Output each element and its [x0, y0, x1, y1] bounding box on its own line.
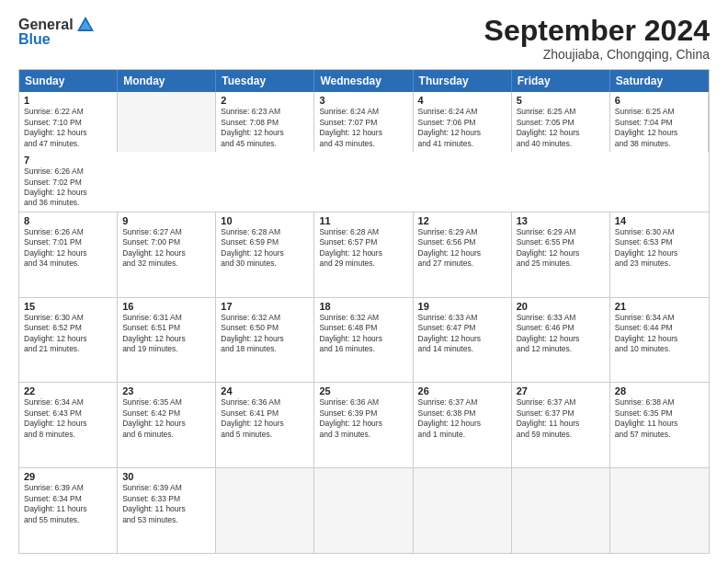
day-number: 9 — [122, 215, 210, 226]
table-row: 14Sunrise: 6:30 AMSunset: 6:53 PMDayligh… — [610, 213, 709, 297]
table-row: 9Sunrise: 6:27 AMSunset: 7:00 PMDaylight… — [118, 213, 216, 297]
calendar: SundayMondayTuesdayWednesdayThursdayFrid… — [18, 69, 710, 554]
cell-text: Sunrise: 6:29 AMSunset: 6:56 PMDaylight:… — [418, 227, 482, 268]
cell-text: Sunrise: 6:36 AMSunset: 6:39 PMDaylight:… — [319, 397, 382, 438]
day-number: 20 — [517, 301, 605, 312]
table-row: 26Sunrise: 6:37 AMSunset: 6:38 PMDayligh… — [414, 383, 512, 467]
day-number: 14 — [615, 215, 704, 226]
calendar-row-0: 1Sunrise: 6:22 AMSunset: 7:10 PMDaylight… — [19, 92, 709, 212]
table-row: 27Sunrise: 6:37 AMSunset: 6:37 PMDayligh… — [512, 383, 610, 467]
title-block: September 2024 Zhoujiaba, Chongqing, Chi… — [484, 15, 710, 62]
cell-text: Sunrise: 6:34 AMSunset: 6:43 PMDaylight:… — [24, 397, 87, 438]
cell-text: Sunrise: 6:23 AMSunset: 7:08 PMDaylight:… — [221, 107, 284, 147]
cell-text: Sunrise: 6:37 AMSunset: 6:38 PMDaylight:… — [418, 397, 482, 438]
day-number: 8 — [24, 215, 112, 226]
table-row — [610, 468, 709, 553]
header-day-friday: Friday — [512, 70, 610, 92]
day-number: 13 — [517, 215, 605, 226]
table-row: 21Sunrise: 6:34 AMSunset: 6:44 PMDayligh… — [610, 298, 709, 383]
day-number: 29 — [24, 471, 112, 482]
cell-text: Sunrise: 6:30 AMSunset: 6:53 PMDaylight:… — [615, 227, 678, 268]
cell-text: Sunrise: 6:24 AMSunset: 7:07 PMDaylight:… — [319, 107, 382, 147]
table-row: 15Sunrise: 6:30 AMSunset: 6:52 PMDayligh… — [19, 298, 118, 383]
header-day-monday: Monday — [118, 70, 216, 92]
day-number: 10 — [221, 215, 309, 226]
calendar-header: SundayMondayTuesdayWednesdayThursdayFrid… — [19, 70, 709, 92]
cell-text: Sunrise: 6:26 AMSunset: 7:01 PMDaylight:… — [24, 227, 87, 268]
table-row: 11Sunrise: 6:28 AMSunset: 6:57 PMDayligh… — [314, 213, 413, 297]
cell-text: Sunrise: 6:39 AMSunset: 6:33 PMDaylight:… — [122, 483, 186, 523]
table-row: 17Sunrise: 6:32 AMSunset: 6:50 PMDayligh… — [216, 298, 314, 383]
table-row: 7Sunrise: 6:26 AMSunset: 7:02 PMDaylight… — [19, 152, 118, 212]
header-day-thursday: Thursday — [414, 70, 512, 92]
day-number: 6 — [615, 95, 703, 106]
subtitle: Zhoujiaba, Chongqing, China — [484, 47, 710, 62]
day-number: 15 — [24, 301, 112, 312]
day-number: 22 — [24, 385, 112, 396]
cell-text: Sunrise: 6:33 AMSunset: 6:47 PMDaylight:… — [418, 313, 482, 353]
table-row: 6Sunrise: 6:25 AMSunset: 7:04 PMDaylight… — [610, 92, 709, 152]
cell-text: Sunrise: 6:24 AMSunset: 7:06 PMDaylight:… — [418, 107, 482, 147]
table-row: 18Sunrise: 6:32 AMSunset: 6:48 PMDayligh… — [314, 298, 413, 383]
cell-text: Sunrise: 6:25 AMSunset: 7:05 PMDaylight:… — [517, 107, 580, 147]
cell-text: Sunrise: 6:26 AMSunset: 7:02 PMDaylight:… — [24, 167, 87, 207]
day-number: 19 — [418, 301, 506, 312]
table-row: 13Sunrise: 6:29 AMSunset: 6:55 PMDayligh… — [512, 213, 610, 297]
cell-text: Sunrise: 6:32 AMSunset: 6:50 PMDaylight:… — [221, 313, 284, 353]
table-row — [216, 468, 314, 553]
day-number: 4 — [418, 95, 506, 106]
page: General Blue September 2024 Zhoujiaba, C… — [0, 0, 728, 563]
cell-text: Sunrise: 6:31 AMSunset: 6:51 PMDaylight:… — [122, 313, 186, 353]
table-row — [512, 468, 610, 553]
cell-text: Sunrise: 6:28 AMSunset: 6:57 PMDaylight:… — [319, 227, 382, 268]
month-title: September 2024 — [484, 15, 710, 47]
calendar-body: 1Sunrise: 6:22 AMSunset: 7:10 PMDaylight… — [19, 92, 709, 553]
day-number: 1 — [24, 95, 112, 106]
table-row: 4Sunrise: 6:24 AMSunset: 7:06 PMDaylight… — [414, 92, 512, 152]
cell-text: Sunrise: 6:32 AMSunset: 6:48 PMDaylight:… — [319, 313, 382, 353]
day-number: 24 — [221, 385, 309, 396]
day-number: 18 — [319, 301, 407, 312]
day-number: 21 — [615, 301, 704, 312]
cell-text: Sunrise: 6:25 AMSunset: 7:04 PMDaylight:… — [615, 107, 678, 147]
day-number: 7 — [24, 155, 113, 166]
table-row: 12Sunrise: 6:29 AMSunset: 6:56 PMDayligh… — [414, 213, 512, 297]
day-number: 17 — [221, 301, 309, 312]
table-row: 1Sunrise: 6:22 AMSunset: 7:10 PMDaylight… — [19, 92, 118, 152]
cell-text: Sunrise: 6:37 AMSunset: 6:37 PMDaylight:… — [517, 397, 580, 438]
table-row — [314, 468, 413, 553]
table-row: 2Sunrise: 6:23 AMSunset: 7:08 PMDaylight… — [216, 92, 314, 152]
table-row: 25Sunrise: 6:36 AMSunset: 6:39 PMDayligh… — [314, 383, 413, 467]
day-number: 3 — [319, 95, 407, 106]
day-number: 2 — [221, 95, 309, 106]
day-number: 11 — [319, 215, 407, 226]
cell-text: Sunrise: 6:22 AMSunset: 7:10 PMDaylight:… — [24, 107, 87, 147]
day-number: 30 — [122, 471, 210, 482]
cell-text: Sunrise: 6:39 AMSunset: 6:34 PMDaylight:… — [24, 483, 87, 523]
table-row: 8Sunrise: 6:26 AMSunset: 7:01 PMDaylight… — [19, 213, 118, 297]
cell-text: Sunrise: 6:27 AMSunset: 7:00 PMDaylight:… — [122, 227, 186, 268]
header-day-wednesday: Wednesday — [314, 70, 413, 92]
cell-text: Sunrise: 6:36 AMSunset: 6:41 PMDaylight:… — [221, 397, 284, 438]
cell-text: Sunrise: 6:34 AMSunset: 6:44 PMDaylight:… — [615, 313, 678, 353]
logo-blue-text: Blue — [18, 31, 51, 48]
table-row: 28Sunrise: 6:38 AMSunset: 6:35 PMDayligh… — [610, 383, 709, 467]
header-day-sunday: Sunday — [19, 70, 118, 92]
table-row: 30Sunrise: 6:39 AMSunset: 6:33 PMDayligh… — [118, 468, 216, 553]
day-number: 28 — [615, 385, 704, 396]
table-row: 29Sunrise: 6:39 AMSunset: 6:34 PMDayligh… — [19, 468, 118, 553]
day-number: 25 — [319, 385, 407, 396]
day-number: 23 — [122, 385, 210, 396]
logo: General Blue — [18, 15, 96, 48]
table-row: 10Sunrise: 6:28 AMSunset: 6:59 PMDayligh… — [216, 213, 314, 297]
table-row: 5Sunrise: 6:25 AMSunset: 7:05 PMDaylight… — [512, 92, 610, 152]
cell-text: Sunrise: 6:33 AMSunset: 6:46 PMDaylight:… — [517, 313, 580, 353]
day-number: 16 — [122, 301, 210, 312]
calendar-row-2: 15Sunrise: 6:30 AMSunset: 6:52 PMDayligh… — [19, 297, 709, 383]
calendar-row-4: 29Sunrise: 6:39 AMSunset: 6:34 PMDayligh… — [19, 467, 709, 553]
header: General Blue September 2024 Zhoujiaba, C… — [18, 15, 710, 62]
table-row: 16Sunrise: 6:31 AMSunset: 6:51 PMDayligh… — [118, 298, 216, 383]
logo-icon — [75, 15, 96, 35]
cell-text: Sunrise: 6:30 AMSunset: 6:52 PMDaylight:… — [24, 313, 87, 353]
calendar-row-3: 22Sunrise: 6:34 AMSunset: 6:43 PMDayligh… — [19, 382, 709, 467]
